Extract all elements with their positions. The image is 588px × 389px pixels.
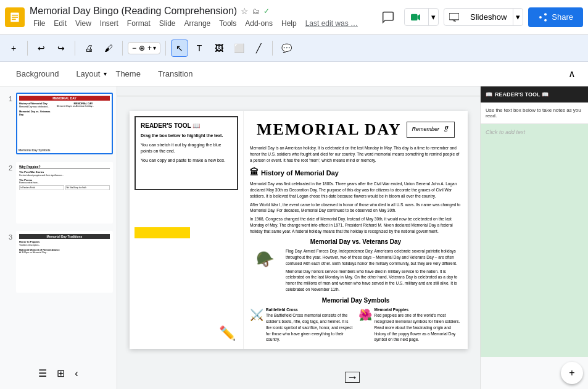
slideshow-button-group: Slideshow ▾	[444, 8, 523, 26]
svg-rect-6	[449, 13, 459, 20]
svg-rect-3	[12, 19, 16, 20]
list-view-button[interactable]: ☰	[38, 367, 47, 379]
poppy-icon: 🌺	[358, 307, 372, 343]
panel-view-toggle: ☰ ⊞ ‹	[2, 362, 114, 384]
menu-insert[interactable]: Insert	[96, 18, 122, 29]
theme-button[interactable]: Theme	[107, 65, 149, 82]
readers-tool-title: READER'S TOOL 📖	[495, 91, 549, 98]
zoom-fab[interactable]: +	[561, 362, 583, 384]
slide-preview-1[interactable]: MEMORIAL DAY History of Memorial Day Mem…	[16, 93, 113, 154]
slideshow-present-icon[interactable]	[444, 9, 464, 25]
meet-button-group: ▾	[404, 8, 439, 26]
article-subtitle: Remember 🎖	[407, 122, 455, 138]
soldier-image: 🪖	[250, 248, 281, 270]
collapse-panel-button[interactable]: ‹	[75, 367, 78, 379]
separator-2	[75, 41, 75, 56]
menu-tools[interactable]: Tools	[215, 18, 240, 29]
right-panel: 📖 READER'S TOOL 📖 Use the text box below…	[480, 86, 588, 389]
svg-rect-2	[12, 17, 18, 18]
readers-tool-text-area[interactable]: Click to add text	[481, 124, 588, 357]
tool-box-line2: You can stretch it out by dragging the b…	[141, 142, 232, 155]
zoom-fab-area: +	[481, 357, 588, 389]
slide-preview-3[interactable]: Memorial Day Traditions Honor to Poppies…	[16, 231, 113, 293]
print-button[interactable]: 🖨	[80, 40, 97, 57]
slide-thumb-2[interactable]: 2 Why Poppies? The Post-War Stories Cont…	[2, 161, 114, 225]
title-icons: ☆ 🗂 ✓	[241, 6, 270, 16]
layout-button[interactable]: Layout	[67, 65, 109, 82]
symbols-grid: ⚔️ Battlefield Cross The Battlefield Cro…	[250, 307, 462, 343]
doc-title: Memorial Day Bingo (Reading Comprehensio…	[30, 6, 372, 17]
cloud-saved-icon: ✓	[263, 7, 270, 15]
slide-num-3: 3	[4, 233, 12, 241]
article-h2-2: Memorial Day vs. Veterans Day	[250, 237, 462, 246]
slide-thumb-3[interactable]: 3 Memorial Day Traditions Honor to Poppi…	[2, 230, 114, 294]
slide-thumb-1[interactable]: 1 MEMORIAL DAY History of Memorial Day M…	[2, 91, 114, 156]
article-h2-1: 🏛 History of Memorial Day	[250, 166, 462, 179]
paintformat-button[interactable]: 🖌	[100, 40, 117, 57]
image-tool[interactable]: 🖼	[210, 40, 228, 57]
top-bar: Memorial Day Bingo (Reading Comprehensio…	[0, 0, 588, 35]
menu-view[interactable]: View	[72, 18, 95, 29]
menu-file[interactable]: File	[30, 18, 49, 29]
text-box-tool[interactable]: T	[191, 40, 208, 57]
share-label: Share	[552, 12, 573, 22]
transition-button[interactable]: Transition	[149, 65, 202, 82]
zoom-control[interactable]: − ⊕ + ▾	[128, 42, 160, 54]
last-edit-link[interactable]: Last edit was …	[302, 18, 362, 29]
menu-arrange[interactable]: Arrange	[181, 18, 215, 29]
vs-text: Flag Day. Armed Forces Day. Independence…	[286, 248, 462, 292]
article-main-title: MEMORIAL DAY	[257, 117, 402, 141]
meet-chevron[interactable]: ▾	[429, 9, 438, 25]
star-icon[interactable]: ☆	[241, 6, 249, 16]
add-button[interactable]: +	[5, 40, 22, 57]
undo-button[interactable]: ↩	[33, 40, 50, 57]
horizontal-ruler	[117, 86, 480, 96]
tool-box[interactable]: READER'S TOOL 📖 Drag the box below to hi…	[135, 116, 238, 190]
grid-view-button[interactable]: ⊞	[57, 367, 65, 379]
folder-icon[interactable]: 🗂	[252, 7, 260, 15]
collapse-toolbar-button[interactable]: ∧	[563, 65, 581, 83]
slide-preview-2[interactable]: Why Poppies? The Post-War Stories Conten…	[16, 162, 113, 224]
background-button[interactable]: Background	[7, 65, 67, 82]
line-tool[interactable]: ╱	[250, 40, 267, 57]
menu-slide[interactable]: Slide	[155, 18, 180, 29]
click-to-add-text[interactable]: Click to add text	[486, 129, 525, 135]
separator-5	[272, 41, 273, 56]
slideshow-chevron[interactable]: ▾	[513, 9, 523, 25]
canvas-area: READER'S TOOL 📖 Drag the box below to hi…	[117, 86, 480, 389]
shapes-tool[interactable]: ⬜	[230, 40, 247, 57]
zoom-dropdown-icon: ▾	[153, 44, 156, 51]
zoom-out-icon: −	[132, 44, 136, 52]
svg-rect-1	[12, 14, 18, 15]
readers-tool-panel-left: READER'S TOOL 📖 Drag the box below to hi…	[130, 111, 244, 349]
app-logo[interactable]	[5, 7, 25, 27]
title-text[interactable]: Memorial Day Bingo (Reading Comprehensio…	[30, 6, 237, 17]
readers-tool-icon: 📖	[486, 91, 492, 98]
separator-4	[165, 41, 166, 56]
action-bar: Background Layout ▾ Theme Transition ∧	[0, 62, 588, 86]
menu-edit[interactable]: Edit	[50, 18, 70, 29]
meet-button[interactable]	[405, 9, 428, 25]
comments-button[interactable]	[377, 6, 399, 28]
svg-point-9	[544, 13, 547, 15]
article-para-5: Flag Day. Armed Forces Day. Independence…	[286, 248, 462, 266]
tool-box-line3: You can copy and paste to make a new box…	[141, 157, 232, 164]
menu-help[interactable]: Help	[278, 18, 300, 29]
article-para-3: After World War I, the event came to be …	[250, 202, 462, 214]
svg-line-13	[542, 15, 545, 17]
redo-button[interactable]: ↪	[52, 40, 70, 57]
slideshow-label[interactable]: Slideshow	[464, 9, 513, 25]
slides-panel: 1 MEMORIAL DAY History of Memorial Day M…	[0, 86, 117, 389]
comment-tool[interactable]: 💬	[278, 40, 295, 57]
battlefield-text: Battlefield Cross The Battlefield Cross …	[266, 307, 354, 343]
vs-section: 🪖 Flag Day. Armed Forces Day. Independen…	[250, 248, 462, 292]
article-header: MEMORIAL DAY Remember 🎖	[250, 117, 462, 141]
menu-format[interactable]: Format	[123, 18, 154, 29]
select-tool[interactable]: ↖	[171, 40, 188, 57]
share-button[interactable]: Share	[528, 7, 583, 27]
slide-num-2: 2	[4, 164, 12, 172]
article-para-1: Memorial Day is an American holiday. It …	[250, 145, 462, 163]
menu-addons[interactable]: Add-ons	[241, 18, 276, 29]
svg-marker-5	[418, 14, 421, 20]
pencil-icon: ✏️	[219, 325, 236, 341]
